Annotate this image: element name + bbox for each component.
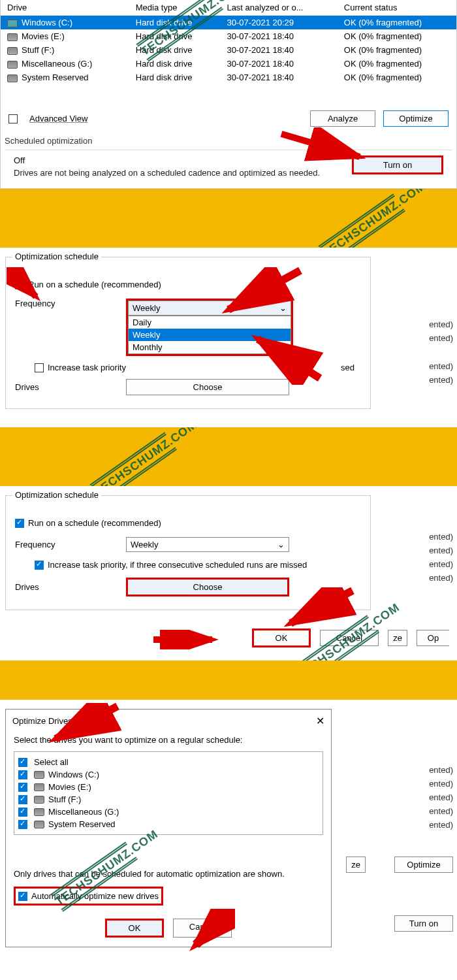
list-item[interactable]: Miscellaneous (G:) (18, 806, 319, 818)
ok-button[interactable]: OK (105, 919, 164, 938)
list-item[interactable]: System Reserved (18, 818, 319, 830)
drive-icon (34, 771, 44, 779)
frequency-label: Frequency (15, 299, 126, 308)
drive-checkbox[interactable] (18, 820, 27, 829)
choose-button[interactable]: Choose (126, 379, 289, 395)
frequency-dropdown[interactable]: Weekly ⌄ (128, 301, 291, 316)
frequency-dropdown[interactable]: Weekly ⌄ (126, 537, 289, 552)
drive-icon (7, 74, 18, 82)
optimize-drives-main: Drive Media type Last analyzed or o... C… (0, 0, 457, 189)
list-item[interactable]: Movies (E:) (18, 781, 319, 793)
drive-icon (34, 796, 44, 804)
drive-icon (34, 821, 44, 828)
partial-ze-button[interactable]: ze (346, 857, 366, 873)
freq-option-daily[interactable]: Daily (129, 316, 291, 329)
drive-icon (7, 61, 18, 69)
advanced-view-checkbox[interactable] (8, 114, 18, 123)
list-item[interactable]: Stuff (F:) (18, 793, 319, 806)
run-on-schedule-checkbox[interactable] (15, 519, 24, 528)
drive-checkbox[interactable] (18, 808, 27, 817)
group-title: Optimization schedule (12, 252, 101, 261)
watermark: TECHSCHUMZ.COM (318, 189, 431, 248)
close-icon[interactable]: ✕ (316, 715, 324, 727)
optimization-schedule-group: Optimization schedule Run on a schedule … (5, 257, 371, 409)
group-title: Optimization schedule (12, 490, 101, 500)
increase-priority-label: Increase task priority, if three consecu… (48, 560, 307, 570)
drive-checkbox[interactable] (18, 795, 27, 804)
table-row[interactable]: Movies (E:)Hard disk drive30-07-2021 18:… (1, 29, 456, 43)
run-on-schedule-label: Run on a schedule (recommended) (28, 518, 161, 528)
partial-button[interactable]: Op (417, 630, 449, 646)
increase-priority-label: Increase task priority (48, 363, 126, 372)
increase-priority-checkbox[interactable] (35, 363, 44, 372)
side-optimize-button[interactable]: Optimize (394, 857, 453, 873)
scheduled-optimization-header: Scheduled optimization (5, 136, 452, 150)
optimize-button[interactable]: Optimize (383, 110, 449, 127)
table-row[interactable]: Stuff (F:)Hard disk drive30-07-2021 18:4… (1, 43, 456, 57)
table-row[interactable]: Miscellaneous (G:)Hard disk drive30-07-2… (1, 57, 456, 71)
chevron-down-icon: ⌄ (277, 540, 285, 549)
analyze-button[interactable]: Analyze (310, 110, 375, 127)
col-date[interactable]: Last analyzed or o... (220, 0, 337, 16)
yellow-separator (0, 661, 457, 700)
table-row[interactable]: System ReservedHard disk drive30-07-2021… (1, 71, 456, 84)
select-all-checkbox[interactable] (18, 758, 27, 767)
drive-checkbox[interactable] (18, 770, 27, 779)
choose-button[interactable]: Choose (126, 578, 289, 596)
frequency-options[interactable]: Daily Weekly Monthly (128, 316, 291, 354)
list-item[interactable]: Windows (C:) (18, 768, 319, 781)
partial-button[interactable]: ze (388, 630, 407, 646)
drive-table: Drive Media type Last analyzed or o... C… (1, 0, 456, 84)
freq-option-monthly[interactable]: Monthly (129, 341, 291, 353)
turn-on-button[interactable]: Turn on (352, 155, 443, 174)
only-drives-hint: Only drives that can be scheduled for au… (6, 865, 331, 883)
schedule-state: Off (14, 155, 352, 168)
freq-option-weekly[interactable]: Weekly (129, 329, 291, 341)
optimize-drives-dialog: Optimize Drives ✕ Select the drives you … (5, 709, 332, 947)
select-all-label: Select all (34, 757, 69, 767)
side-turn-on-button[interactable]: Turn on (394, 915, 453, 932)
drive-icon (34, 808, 44, 816)
dialog-prompt: Select the drives you want to optimize o… (6, 732, 331, 747)
schedule-description: Drives are not being analyzed on a sched… (14, 168, 352, 178)
increase-priority-checkbox[interactable] (35, 561, 44, 570)
dialog-title: Optimize Drives (12, 716, 72, 726)
drive-icon (34, 783, 44, 791)
col-status[interactable]: Current status (338, 0, 456, 16)
run-on-schedule-checkbox[interactable] (15, 280, 24, 289)
drives-label: Drives (15, 582, 126, 592)
frequency-label: Frequency (15, 540, 126, 549)
auto-optimize-checkbox[interactable] (18, 892, 27, 901)
drive-icon (7, 33, 18, 41)
optimization-schedule-group: Optimization schedule Run on a schedule … (5, 495, 371, 610)
run-on-schedule-label: Run on a schedule (recommended) (28, 280, 161, 289)
yellow-separator: TECHSCHUMZ.COM (0, 189, 457, 248)
cancel-button[interactable]: Cancel (173, 919, 232, 938)
drives-label: Drives (15, 382, 126, 392)
advanced-view-label: Advanced View (29, 114, 87, 123)
drive-checkbox[interactable] (18, 783, 27, 792)
chevron-down-icon: ⌄ (279, 303, 287, 313)
drive-listbox[interactable]: Select all Windows (C:)Movies (E:)Stuff … (14, 751, 323, 835)
table-row[interactable]: Windows (C:)Hard disk drive30-07-2021 20… (1, 16, 456, 30)
col-drive[interactable]: Drive (1, 0, 129, 16)
ok-button[interactable]: OK (252, 629, 311, 647)
drive-icon (7, 47, 18, 55)
watermark: TECHSCHUMZ.COM (89, 427, 202, 486)
yellow-separator: TECHSCHUMZ.COM (0, 427, 457, 486)
drive-icon (7, 20, 18, 27)
